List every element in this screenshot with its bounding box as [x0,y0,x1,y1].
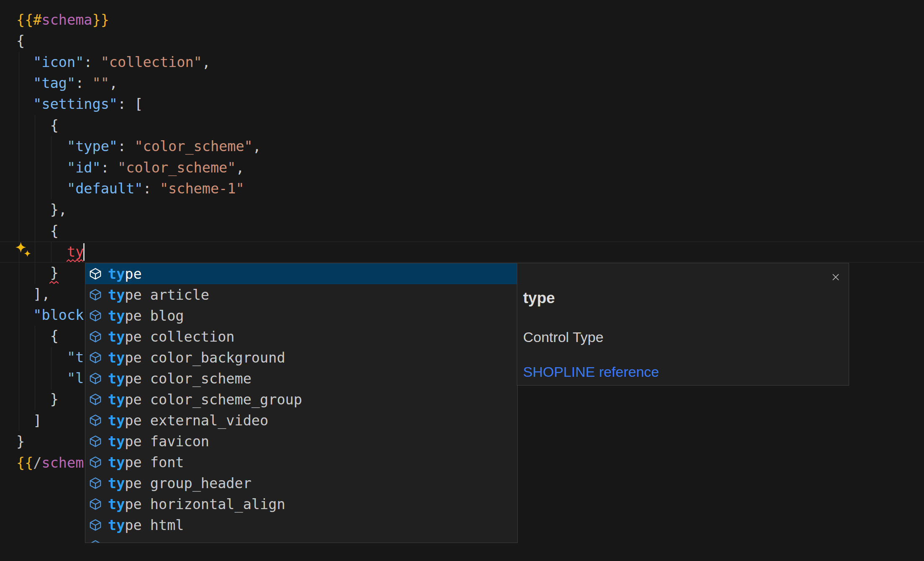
suggestion-label: pe font [125,454,184,471]
code-token [16,180,67,197]
code-token [16,138,67,154]
suggestion-item[interactable] [85,535,517,543]
code-token: schema [42,12,92,28]
docs-title: type [523,289,555,307]
code-token: : [101,160,118,176]
code-token: ty [67,244,84,260]
code-token: ], [16,286,50,302]
code-token: "id" [67,160,101,176]
code-line[interactable]: "l [16,368,84,389]
code-token: "settings" [33,96,118,112]
code-line[interactable]: ] [16,410,42,431]
suggestion-item[interactable]: type html [85,515,517,535]
code-token: "scheme-1" [160,180,244,197]
suggestion-item[interactable]: type blog [85,305,517,326]
suggestion-item[interactable]: type external_video [85,410,517,431]
cube-icon [89,351,102,364]
code-token [16,370,67,386]
code-token: : [143,180,160,197]
code-line[interactable]: { [16,326,59,347]
suggestion-item[interactable]: type horizontal_align [85,494,517,515]
code-line[interactable]: }, [16,199,67,220]
code-token: "t [67,349,84,365]
code-line[interactable]: "settings": [ [16,94,143,115]
suggestion-item[interactable]: type [85,263,517,284]
code-token: "color_scheme" [118,160,236,176]
code-line[interactable]: {{/schem [16,453,84,474]
code-token: } [16,433,25,450]
code-token: "" [92,75,109,91]
cube-icon [89,456,102,468]
suggestion-label: pe color_scheme_group [125,391,302,408]
suggestion-label: pe horizontal_align [125,496,285,512]
suggestion-match-text: ty [108,371,125,387]
suggestion-item[interactable]: type collection [85,326,517,347]
code-token: "color_scheme" [134,138,252,154]
code-token: : [84,54,100,70]
code-token: : [118,138,134,154]
code-token [16,349,67,365]
code-token: } [16,391,59,407]
suggestion-item[interactable]: type article [85,284,517,305]
suggestion-label: pe blog [125,308,184,324]
code-line[interactable]: "tag": "", [16,73,118,94]
code-line[interactable]: "block [16,305,84,326]
suggestion-label: pe article [125,287,209,303]
close-icon[interactable] [832,273,840,281]
suggestion-match-text: ty [108,391,125,408]
cube-icon [89,330,102,343]
code-token: , [253,138,261,154]
suggestion-match-text: ty [108,308,125,324]
suggestion-item[interactable]: type color_scheme [85,368,517,389]
code-token: {{ [16,455,33,471]
cube-icon [89,309,102,322]
code-line[interactable]: "icon": "collection", [16,52,210,73]
suggestion-item[interactable]: type group_header [85,473,517,494]
code-token: , [109,75,118,91]
suggestion-match-text: ty [108,350,125,366]
suggestion-label: pe group_header [125,475,252,492]
code-line[interactable]: "id": "color_scheme", [16,157,244,178]
code-line[interactable]: ], [16,284,50,305]
code-line[interactable]: "type": "color_scheme", [16,136,261,157]
docs-reference-link[interactable]: SHOPLINE reference [523,364,659,380]
cube-icon [89,414,102,427]
cube-icon [89,393,102,406]
suggestion-match-text: ty [108,454,125,471]
suggestion-match-text: ty [108,412,125,429]
code-token: { [16,117,59,134]
code-line[interactable]: { [16,115,59,136]
cube-icon [89,540,102,543]
suggestion-item[interactable]: type font [85,452,517,473]
suggestion-label: pe color_scheme [125,371,252,387]
suggestion-label: pe color_background [125,350,285,366]
suggestion-match-text: ty [108,475,125,492]
suggestion-match-text: ty [108,517,125,533]
suggestion-item[interactable]: type color_background [85,347,517,368]
cube-icon [89,498,102,510]
code-token: "default" [67,180,143,197]
code-line[interactable]: { [16,31,25,51]
docs-description: Control Type [523,329,603,345]
code-line[interactable]: { [16,221,59,242]
suggestion-item[interactable]: type color_scheme_group [85,389,517,410]
code-token: { [16,33,25,49]
code-line[interactable]: "t [16,347,84,368]
suggestion-match-text: ty [108,329,125,345]
code-line[interactable]: } [16,431,25,452]
code-token [16,54,33,70]
suggestion-item[interactable]: type favicon [85,431,517,452]
code-token: { [16,328,59,344]
code-line[interactable]: } [16,389,59,410]
suggestion-label: pe html [125,517,184,533]
code-line[interactable]: "default": "scheme-1" [16,178,244,199]
code-token: : [75,75,92,91]
code-token: schem [42,455,84,471]
code-editor: {{#schema}}{ "icon": "collection", "tag"… [0,0,924,561]
code-token: { [16,223,59,239]
error-squiggle [67,259,83,262]
current-line-highlight [0,242,924,262]
code-line[interactable]: {{#schema}} [16,10,109,31]
cube-icon [89,435,102,448]
sparkle-icon[interactable] [15,242,31,257]
